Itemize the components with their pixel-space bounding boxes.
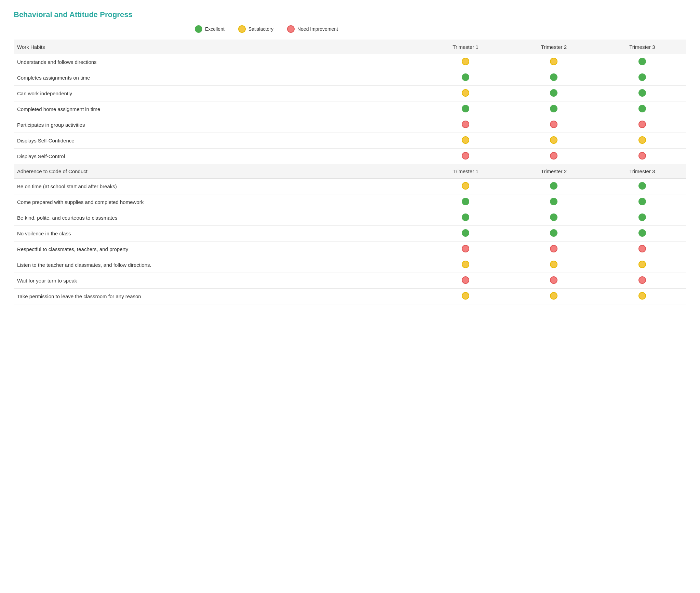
dot-icon: [638, 152, 646, 160]
row-t1-dot: [421, 257, 510, 273]
dot-icon: [550, 136, 557, 144]
dot-icon: [550, 58, 557, 65]
table-row: Participates in group activities: [14, 117, 686, 133]
section-tri2-work-habits: Trimester 2: [510, 40, 598, 54]
dot-icon: [638, 105, 646, 112]
table-row: Be kind, polite, and courteous to classm…: [14, 210, 686, 226]
row-t3-dot: [598, 210, 686, 226]
dot-icon: [550, 105, 557, 112]
dot-icon: [638, 58, 646, 65]
row-t2-dot: [510, 179, 598, 194]
dot-icon: [638, 213, 646, 221]
row-t2-dot: [510, 226, 598, 242]
dot-icon: [462, 245, 469, 252]
excellent-icon: [195, 25, 202, 33]
row-t1-dot: [421, 179, 510, 194]
row-t2-dot: [510, 54, 598, 70]
dot-icon: [550, 121, 557, 128]
dot-icon: [550, 198, 557, 205]
row-t2-dot: [510, 257, 598, 273]
section-label-work-habits: Work Habits: [14, 40, 421, 54]
row-t3-dot: [598, 86, 686, 101]
row-t2-dot: [510, 194, 598, 210]
row-label: Respectful to classmates, teachers, and …: [14, 242, 421, 257]
legend-satisfactory: Satisfactory: [238, 25, 273, 33]
section-tri1-code-of-conduct: Trimester 1: [421, 164, 510, 179]
row-t3-dot: [598, 273, 686, 289]
dot-icon: [462, 89, 469, 97]
row-t2-dot: [510, 289, 598, 304]
dot-icon: [462, 121, 469, 128]
row-label: Displays Self-Control: [14, 149, 421, 164]
row-t1-dot: [421, 54, 510, 70]
row-t1-dot: [421, 149, 510, 164]
row-t3-dot: [598, 194, 686, 210]
dot-icon: [462, 105, 469, 112]
dot-icon: [638, 182, 646, 190]
dot-icon: [638, 198, 646, 205]
dot-icon: [550, 182, 557, 190]
row-t1-dot: [421, 194, 510, 210]
table-row: Completed home assignment in time: [14, 101, 686, 117]
section-tri3-code-of-conduct: Trimester 3: [598, 164, 686, 179]
section-header-work-habits: Work Habits Trimester 1 Trimester 2 Trim…: [14, 40, 686, 54]
row-t1-dot: [421, 133, 510, 149]
dot-icon: [550, 245, 557, 252]
table-row: Listen to the teacher and classmates, an…: [14, 257, 686, 273]
legend: Excellent Satisfactory Need Improvement: [14, 25, 686, 33]
row-label: Be kind, polite, and courteous to classm…: [14, 210, 421, 226]
row-label: Completed home assignment in time: [14, 101, 421, 117]
row-t3-dot: [598, 101, 686, 117]
row-t3-dot: [598, 226, 686, 242]
table-row: Come prepared with supplies and complete…: [14, 194, 686, 210]
dot-icon: [550, 276, 557, 284]
row-t1-dot: [421, 242, 510, 257]
row-label: Be on time (at school start and after br…: [14, 179, 421, 194]
section-tri1-work-habits: Trimester 1: [421, 40, 510, 54]
page-title: Behavioral and Attitude Progress: [14, 10, 686, 19]
dot-icon: [462, 73, 469, 81]
dot-icon: [638, 261, 646, 268]
dot-icon: [550, 213, 557, 221]
row-label: Displays Self-Confidence: [14, 133, 421, 149]
dot-icon: [462, 292, 469, 300]
dot-icon: [550, 229, 557, 237]
row-t1-dot: [421, 70, 510, 86]
dot-icon: [550, 292, 557, 300]
row-t3-dot: [598, 179, 686, 194]
row-t1-dot: [421, 226, 510, 242]
dot-icon: [638, 276, 646, 284]
row-t1-dot: [421, 86, 510, 101]
dot-icon: [462, 229, 469, 237]
legend-satisfactory-label: Satisfactory: [248, 26, 273, 32]
row-t2-dot: [510, 70, 598, 86]
dot-icon: [462, 182, 469, 190]
row-label: Take permission to leave the classroom f…: [14, 289, 421, 304]
row-label: Listen to the teacher and classmates, an…: [14, 257, 421, 273]
dot-icon: [550, 261, 557, 268]
row-t3-dot: [598, 54, 686, 70]
row-t3-dot: [598, 257, 686, 273]
progress-table: Work Habits Trimester 1 Trimester 2 Trim…: [14, 40, 686, 304]
row-label: Completes assignments on time: [14, 70, 421, 86]
row-t2-dot: [510, 86, 598, 101]
legend-need-improvement: Need Improvement: [287, 25, 338, 33]
table-row: Understands and follows directions: [14, 54, 686, 70]
row-t1-dot: [421, 101, 510, 117]
section-tri2-code-of-conduct: Trimester 2: [510, 164, 598, 179]
dot-icon: [550, 152, 557, 160]
dot-icon: [462, 136, 469, 144]
section-label-code-of-conduct: Adherence to Code of Conduct: [14, 164, 421, 179]
row-t3-dot: [598, 117, 686, 133]
row-t2-dot: [510, 210, 598, 226]
dot-icon: [462, 58, 469, 65]
dot-icon: [638, 229, 646, 237]
table-row: No voilence in the class: [14, 226, 686, 242]
dot-icon: [638, 136, 646, 144]
dot-icon: [638, 292, 646, 300]
table-row: Respectful to classmates, teachers, and …: [14, 242, 686, 257]
table-row: Displays Self-Control: [14, 149, 686, 164]
row-label: No voilence in the class: [14, 226, 421, 242]
dot-icon: [638, 245, 646, 252]
dot-icon: [638, 89, 646, 97]
